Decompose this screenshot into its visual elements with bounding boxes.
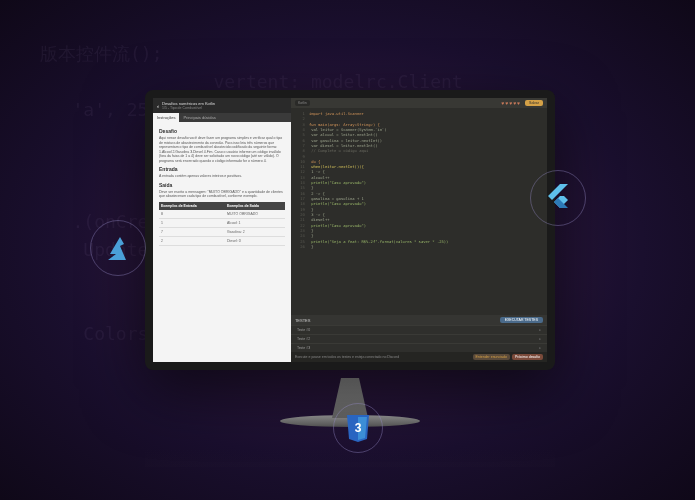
table-row: 2Diesel: 0: [159, 236, 285, 245]
test-results: Teste #0● Teste #2● Teste #3●: [291, 325, 547, 352]
io-examples-table: Exemplos de EntradaExemplos de Saída 8MU…: [159, 202, 285, 246]
heading-entrada: Entrada: [159, 166, 285, 172]
panel-header: ‹ Desafios numéricos em Kotlin 1/5 - Tip…: [153, 98, 291, 113]
bottom-bar: Execute e passe em todos os testes e est…: [291, 352, 547, 362]
status-dot-icon: ●: [539, 328, 541, 332]
run-tests-button[interactable]: EXECUTAR TESTES: [500, 317, 543, 323]
challenge-subtitle: 1/5 - Tipo de Combustível: [162, 106, 215, 110]
table-row: 1Alcool: 1: [159, 218, 285, 227]
screen: ‹ Desafios numéricos em Kotlin 1/5 - Tip…: [153, 98, 547, 362]
panel-tabs: Instruções Principais dúvidas: [153, 113, 291, 122]
text-entrada: A entrada contém apenas valores inteiros…: [159, 174, 285, 179]
panel-body: Desafio Aqui nesse desafio você deve faz…: [153, 122, 291, 362]
save-button[interactable]: Salvar: [525, 100, 543, 106]
azure-icon: [90, 220, 146, 276]
code-panel: Kotlin ♥♥♥♥♥ Salvar 1import java.util.Sc…: [291, 98, 547, 362]
test-row[interactable]: Teste #0●: [291, 325, 547, 334]
text-saida: Deve ser escrito a mensagem: "MUITO OBRI…: [159, 190, 285, 199]
table-row: 7Gasolina: 2: [159, 227, 285, 236]
text-desafio: Aqui nesse desafio você deve fazer um pr…: [159, 136, 285, 163]
instructions-panel: ‹ Desafios numéricos em Kotlin 1/5 - Tip…: [153, 98, 291, 362]
tests-header: TESTES EXECUTAR TESTES: [291, 315, 547, 325]
table-row: 8MUITO OBRIGADO: [159, 210, 285, 219]
heading-saida: Saída: [159, 182, 285, 188]
next-challenge-button[interactable]: Próximo desafio: [512, 354, 543, 360]
tab-faq[interactable]: Principais dúvidas: [179, 113, 219, 122]
test-row[interactable]: Teste #3●: [291, 343, 547, 352]
svg-text:3: 3: [355, 421, 362, 435]
test-row[interactable]: Teste #2●: [291, 334, 547, 343]
status-dot-icon: ●: [539, 337, 541, 341]
io-col-input: Exemplos de Entrada: [159, 202, 225, 210]
heading-desafio: Desafio: [159, 128, 285, 134]
code-toolbar: Kotlin ♥♥♥♥♥ Salvar: [291, 98, 547, 108]
bottom-message: Execute e passe em todos os testes e est…: [295, 355, 399, 359]
understand-button[interactable]: Entender enunciado: [473, 354, 510, 360]
back-chevron-icon[interactable]: ‹: [157, 103, 159, 109]
monitor-frame: ‹ Desafios numéricos em Kotlin 1/5 - Tip…: [145, 90, 555, 370]
css3-icon: 3: [333, 403, 383, 453]
language-badge: Kotlin: [295, 100, 310, 106]
tab-instructions[interactable]: Instruções: [153, 113, 179, 122]
flutter-icon: [530, 170, 586, 226]
status-dot-icon: ●: [539, 346, 541, 350]
hearts-icon: ♥♥♥♥♥: [501, 100, 521, 106]
io-col-output: Exemplos de Saída: [225, 202, 285, 210]
tests-label: TESTES: [295, 318, 311, 323]
code-editor[interactable]: 1import java.util.Scanner 2 3fun main(ar…: [291, 108, 547, 315]
